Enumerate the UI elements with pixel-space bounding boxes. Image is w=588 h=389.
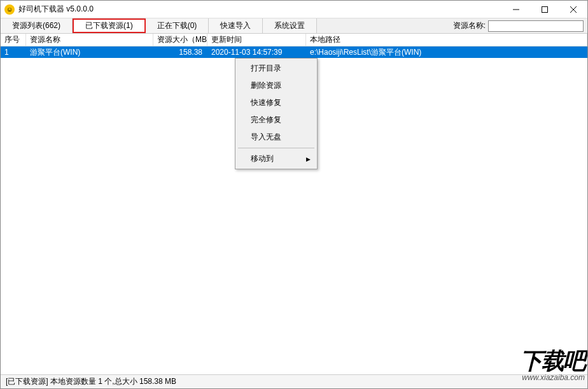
tab-quick-import[interactable]: 快速导入 <box>209 18 263 33</box>
table-body: 1 游聚平台(WIN) 158.38 2020-11-03 14:57:39 e… <box>1 46 587 58</box>
cell-index: 1 <box>1 47 26 57</box>
window-title: 好司机下载器 v5.0.0.0 <box>18 4 501 15</box>
search-input[interactable] <box>488 20 584 32</box>
header-time[interactable]: 更新时间 <box>207 34 306 46</box>
menu-quick-repair[interactable]: 快速修复 <box>237 94 316 111</box>
svg-rect-1 <box>542 6 547 12</box>
tab-resource-list[interactable]: 资源列表(662) <box>1 18 73 33</box>
search-label: 资源名称: <box>453 20 486 31</box>
cell-path: e:\Haosiji\ResList\游聚平台(WIN) <box>306 46 587 59</box>
app-icon: ☺ <box>4 4 15 15</box>
minimize-button[interactable] <box>501 1 530 18</box>
header-path[interactable]: 本地路径 <box>306 34 587 46</box>
header-index[interactable]: 序号 <box>1 34 26 46</box>
cell-time: 2020-11-03 14:57:39 <box>207 47 306 57</box>
tab-downloaded[interactable]: 已下载资源(1) <box>73 18 146 33</box>
chevron-right-icon: ▶ <box>306 156 311 162</box>
header-size[interactable]: 资源大小（MB) <box>153 34 207 46</box>
table-row[interactable]: 1 游聚平台(WIN) 158.38 2020-11-03 14:57:39 e… <box>1 46 587 58</box>
cell-name: 游聚平台(WIN) <box>26 46 153 59</box>
window-controls <box>501 1 587 18</box>
toolbar: 资源列表(662) 已下载资源(1) 正在下载(0) 快速导入 系统设置 资源名… <box>1 18 587 34</box>
cell-size: 158.38 <box>153 47 207 57</box>
statusbar: [已下载资源] 本地资源数量 1 个,总大小 158.38 MB <box>1 374 587 388</box>
menu-full-repair[interactable]: 完全修复 <box>237 111 316 129</box>
context-menu: 打开目录 删除资源 快速修复 完全修复 导入无盘 移动到 ▶ <box>235 58 318 169</box>
menu-move-to-label: 移动到 <box>251 154 274 163</box>
menu-open-folder[interactable]: 打开目录 <box>237 60 316 77</box>
menu-separator <box>238 148 314 148</box>
menu-move-to[interactable]: 移动到 ▶ <box>237 150 316 167</box>
watermark-text: 下载吧 <box>520 346 585 377</box>
titlebar: ☺ 好司机下载器 v5.0.0.0 <box>1 1 587 18</box>
maximize-button[interactable] <box>530 1 559 18</box>
status-text: [已下载资源] 本地资源数量 1 个,总大小 158.38 MB <box>6 376 176 387</box>
table-header: 序号 资源名称 资源大小（MB) 更新时间 本地路径 <box>1 34 587 46</box>
menu-delete[interactable]: 删除资源 <box>237 77 316 94</box>
close-button[interactable] <box>559 1 587 18</box>
tab-settings[interactable]: 系统设置 <box>263 18 317 33</box>
header-name[interactable]: 资源名称 <box>26 34 153 46</box>
menu-import-diskless[interactable]: 导入无盘 <box>237 129 316 146</box>
tab-downloading[interactable]: 正在下载(0) <box>146 18 209 33</box>
